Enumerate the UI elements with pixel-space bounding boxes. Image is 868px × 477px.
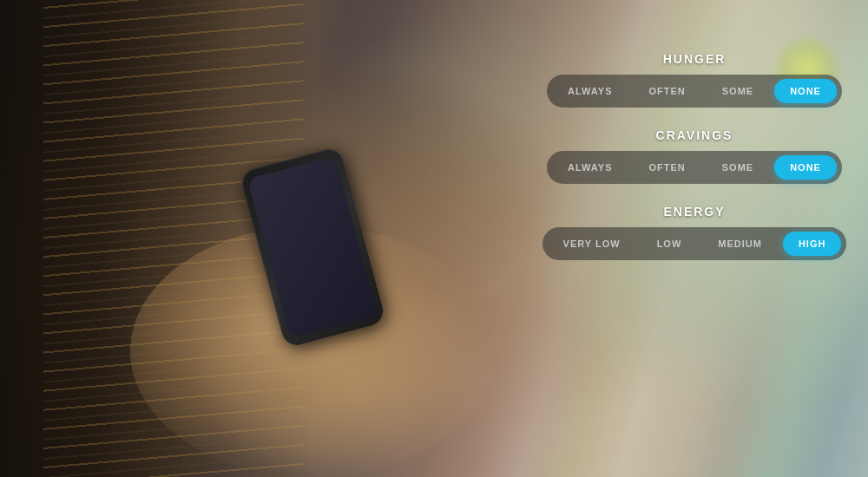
selector-group-energy: ENERGYVERY LOWLOWMEDIUMHIGH — [538, 205, 851, 260]
energy-option-low[interactable]: LOW — [641, 232, 698, 256]
energy-option-medium[interactable]: MEDIUM — [702, 232, 778, 256]
cravings-option-often[interactable]: OFTEN — [633, 155, 700, 180]
energy-option-row: VERY LOWLOWMEDIUMHIGH — [542, 227, 847, 260]
hunger-option-always[interactable]: ALWAYS — [552, 79, 628, 103]
hunger-option-some[interactable]: SOME — [707, 79, 769, 103]
hunger-option-none[interactable]: NONE — [774, 79, 837, 103]
selector-group-cravings: CRAVINGSALWAYSOFTENSOMENONE — [538, 128, 851, 184]
energy-option-very-low[interactable]: VERY LOW — [548, 232, 636, 256]
hunger-option-often[interactable]: OFTEN — [633, 79, 700, 103]
cravings-option-always[interactable]: ALWAYS — [552, 155, 628, 180]
cravings-option-some[interactable]: SOME — [707, 155, 769, 180]
energy-option-high[interactable]: HIGH — [783, 232, 842, 256]
hunger-label: HUNGER — [663, 52, 727, 66]
cravings-option-none[interactable]: NONE — [774, 155, 837, 180]
cravings-option-row: ALWAYSOFTENSOMENONE — [547, 151, 842, 184]
cravings-label: CRAVINGS — [656, 128, 733, 142]
hunger-option-row: ALWAYSOFTENSOMENONE — [547, 75, 842, 108]
survey-panel: HUNGERALWAYSOFTENSOMENONECRAVINGSALWAYSO… — [538, 52, 851, 260]
energy-label: ENERGY — [663, 205, 725, 219]
selector-group-hunger: HUNGERALWAYSOFTENSOMENONE — [538, 52, 851, 108]
